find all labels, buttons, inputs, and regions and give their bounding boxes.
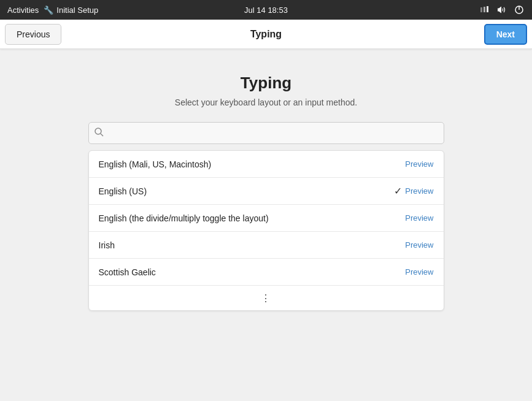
topbar-right <box>479 4 525 15</box>
keyboard-list: English (Mali, US, Macintosh) Preview En… <box>88 150 444 311</box>
list-item[interactable]: English (the divide/multiply toggle the … <box>89 205 444 232</box>
layout-name: Irish <box>99 240 391 250</box>
layout-name: English (Mali, US, Macintosh) <box>99 159 391 169</box>
navbar: Previous Typing Next <box>0 20 532 49</box>
svg-rect-1 <box>484 7 485 12</box>
list-item[interactable]: Irish Preview <box>89 232 444 259</box>
activities-button[interactable]: Activities <box>7 6 39 15</box>
svg-line-6 <box>101 134 103 136</box>
svg-rect-2 <box>487 6 488 12</box>
previous-button[interactable]: Previous <box>5 24 61 45</box>
layout-name: English (the divide/multiply toggle the … <box>99 213 391 223</box>
layout-name: Scottish Gaelic <box>99 267 391 277</box>
list-item[interactable]: English (US) ✓ Preview <box>89 178 444 205</box>
preview-link[interactable]: Preview <box>405 213 433 223</box>
layout-name: English (US) <box>99 186 391 196</box>
main-content: Typing Select your keyboard layout or an… <box>0 49 532 323</box>
volume-icon[interactable] <box>496 4 507 15</box>
preview-link[interactable]: Preview <box>405 159 433 169</box>
network-icon[interactable] <box>479 4 490 15</box>
svg-rect-0 <box>480 7 482 12</box>
topbar-left: Activities 🔧 Initial Setup <box>7 6 98 15</box>
power-icon[interactable] <box>514 4 525 15</box>
next-button[interactable]: Next <box>484 24 527 45</box>
page-heading: Typing <box>241 74 291 93</box>
search-container <box>88 122 444 144</box>
list-item[interactable]: English (Mali, US, Macintosh) Preview <box>89 151 444 178</box>
selected-check: ✓ <box>390 185 405 197</box>
topbar-datetime: Jul 14 18:53 <box>244 6 288 15</box>
svg-point-5 <box>95 128 101 134</box>
navbar-title: Typing <box>250 29 282 40</box>
page-subtitle: Select your keyboard layout or an input … <box>175 97 357 107</box>
preview-link[interactable]: Preview <box>405 186 433 196</box>
initial-setup-label: 🔧 Initial Setup <box>44 6 98 15</box>
topbar: Activities 🔧 Initial Setup Jul 14 18:53 <box>0 0 532 20</box>
preview-link[interactable]: Preview <box>405 267 433 277</box>
wrench-icon: 🔧 <box>44 6 53 15</box>
more-dots-icon: ⋮ <box>261 292 272 304</box>
search-icon <box>94 128 104 139</box>
list-item[interactable]: Scottish Gaelic Preview <box>89 259 444 286</box>
preview-link[interactable]: Preview <box>405 240 433 250</box>
more-options-row[interactable]: ⋮ <box>89 286 444 310</box>
search-input[interactable] <box>88 122 444 144</box>
